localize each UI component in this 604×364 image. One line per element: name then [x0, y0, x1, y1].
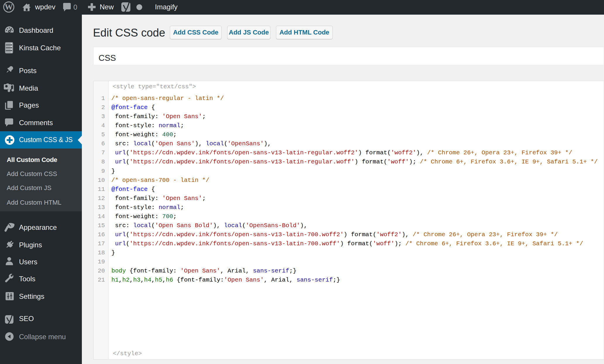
- svg-text:W: W: [5, 2, 13, 11]
